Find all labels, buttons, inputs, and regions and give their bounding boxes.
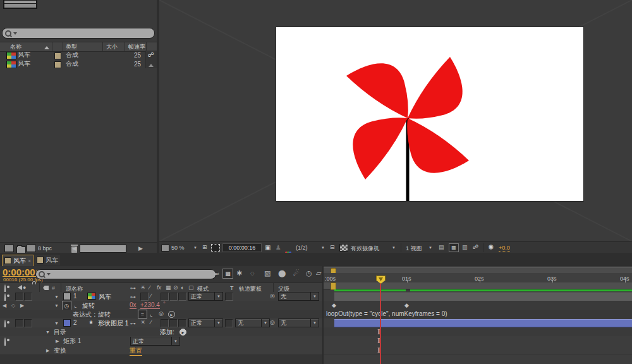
scroll-right-icon[interactable]: ▶	[138, 246, 143, 252]
exposure-fan-icon[interactable]: ✺	[488, 244, 494, 251]
keyframe-nav-previous-icon[interactable]: ◀	[3, 303, 8, 308]
stopwatch-icon[interactable]: ◷	[62, 301, 71, 310]
expand-arrow-icon[interactable]: ▶	[46, 348, 49, 353]
item-name[interactable]: 风车	[18, 59, 30, 68]
live-update-icon[interactable]: ▩	[222, 269, 233, 279]
resolution-value[interactable]: (1/2)	[296, 245, 308, 251]
brainstorm-icon[interactable]: ☄	[293, 270, 300, 277]
collapse-switch-icon[interactable]: ⊶	[130, 321, 136, 327]
magnification-value[interactable]: 50 %	[171, 245, 185, 251]
work-area-bar[interactable]	[324, 282, 632, 289]
project-item-row[interactable]: 风车 合成 25	[0, 59, 145, 68]
keyframe-diamond-icon[interactable]: ◆	[404, 302, 409, 308]
audio-cell[interactable]	[15, 293, 23, 301]
blend-mode-dropdown[interactable]: 正常	[188, 292, 217, 301]
switch-cell[interactable]	[169, 319, 178, 327]
draft-3d-icon[interactable]: ✱	[236, 270, 242, 277]
quality-sun-icon[interactable]: ☀	[140, 320, 145, 325]
composition-canvas[interactable]	[276, 27, 583, 201]
current-time-indicator-line[interactable]	[380, 276, 381, 364]
interpret-footage-icon[interactable]	[4, 245, 14, 252]
switch-cell[interactable]	[161, 293, 169, 301]
collapse-arrow-icon[interactable]: ▼	[54, 303, 59, 308]
composition-mini-flowchart-icon[interactable]: ≕	[214, 271, 219, 277]
parent-dropdown[interactable]: 无	[278, 318, 313, 327]
bit-depth-label[interactable]: 8 bpc	[38, 245, 52, 252]
group-name[interactable]: 目录	[54, 328, 66, 337]
expression-pickwhip-icon[interactable]: ◎	[159, 311, 164, 317]
column-type[interactable]: 类型	[66, 43, 77, 51]
magnification-dropdown-icon[interactable]: ▼	[193, 246, 197, 250]
camera-dropdown-icon[interactable]: ▼	[392, 246, 396, 250]
tab-label[interactable]: 风车	[13, 257, 26, 265]
flowchart-button-icon[interactable]	[161, 245, 169, 252]
solo-column-icon[interactable]: ●	[23, 285, 26, 291]
column-size[interactable]: 大小	[106, 43, 118, 51]
show-snapshot-icon[interactable]: ♟	[276, 245, 281, 251]
label-swatch[interactable]	[54, 52, 61, 59]
preserve-transparency-cell[interactable]	[225, 293, 233, 301]
view-layout-dropdown-icon[interactable]: ▼	[428, 246, 432, 250]
lock-cell[interactable]	[24, 293, 32, 301]
active-camera-value[interactable]: 有效摄像机	[351, 245, 379, 253]
tab-fengche-2[interactable]: 风车	[35, 255, 60, 265]
expression-text[interactable]: loopOut(type = "cycle", numKeyframes = 0…	[326, 310, 447, 317]
new-composition-icon[interactable]	[27, 245, 36, 252]
effects-switch-icon[interactable]: ∕	[150, 320, 152, 325]
tab-close-icon[interactable]: ×	[28, 258, 31, 264]
label-color-swatch[interactable]	[63, 293, 71, 300]
trkmat-arrow-icon[interactable]: ▼	[261, 318, 270, 327]
auto-keyframe-icon[interactable]: ◷	[306, 270, 312, 277]
region-of-interest-icon[interactable]	[211, 244, 220, 252]
preserve-transparency-cell[interactable]	[225, 319, 233, 327]
label-swatch[interactable]	[54, 61, 61, 68]
group-blend-mode-dropdown[interactable]: 正常	[130, 337, 174, 346]
expression-row[interactable]: 表达式：旋转 = ⌞ ◎ ▶	[0, 310, 322, 319]
expression-language-menu-icon[interactable]: ▶	[168, 311, 175, 318]
layer-name[interactable]: 形状图层 1	[98, 319, 128, 328]
audio-cell[interactable]	[15, 319, 23, 327]
resolution-dropdown-icon[interactable]: ▼	[321, 246, 325, 250]
label-column-tag-icon[interactable]	[43, 286, 49, 290]
expand-arrow-icon[interactable]: ▶	[56, 339, 59, 343]
time-ruler[interactable]: :00s 01s 02s 03s 04s	[324, 273, 632, 282]
timeline-search-input[interactable]	[35, 269, 216, 279]
tab-fengche-active[interactable]: 风车 ×	[2, 255, 33, 267]
add-label[interactable]: 添加:	[160, 328, 174, 337]
view-layout-value[interactable]: 1 视图	[406, 245, 422, 253]
project-search-input[interactable]	[2, 28, 155, 39]
keyframe-nav-next-icon[interactable]: ▶	[20, 303, 25, 308]
trkmat-dropdown[interactable]: 无	[235, 318, 264, 327]
layer-name[interactable]: 风车	[99, 293, 111, 301]
sort-ascending-icon[interactable]	[44, 44, 49, 49]
keyframe-diamond-icon[interactable]: ◆	[332, 302, 336, 308]
property-row-rotation[interactable]: ◀ ◇ ▶ ▼ ◷ ⌞ 旋转 0x +230.4 °	[0, 301, 322, 310]
project-item-row[interactable]: 风车 合成 25	[0, 51, 145, 59]
quality-switch-icon[interactable]: ∕	[150, 293, 152, 299]
expand-arrow-icon[interactable]: ▼	[46, 330, 50, 334]
contents-row[interactable]: ▼ 目录 添加: ▶	[0, 327, 322, 337]
region-icon[interactable]: ⊟	[330, 245, 335, 250]
tab-label[interactable]: 风车	[46, 256, 58, 265]
t-column[interactable]: T	[230, 285, 234, 291]
film-icon[interactable]: ▥	[462, 245, 468, 250]
parent-pickwhip-icon[interactable]: ◎	[270, 320, 275, 325]
expand-arrow-icon[interactable]: ▼	[54, 294, 59, 299]
flowchart-icon[interactable]: ☍	[148, 52, 154, 58]
exposure-value[interactable]: +0.0	[499, 245, 510, 252]
collapse-switch-icon[interactable]: ⊶	[130, 294, 136, 300]
rotation-value-degrees[interactable]: +230.4	[140, 301, 160, 309]
snapshot-camera-icon[interactable]: ▣	[265, 245, 270, 251]
scrollbar-thumb[interactable]	[80, 245, 126, 253]
motion-blur-icon[interactable]: ⬤	[278, 270, 286, 277]
keyframe-toggle-icon[interactable]: ◇	[11, 303, 15, 308]
parent-arrow-icon[interactable]: ▼	[310, 292, 319, 301]
reset-link[interactable]: 重置	[130, 346, 142, 356]
parent-pickwhip-icon[interactable]: ◎	[270, 293, 275, 299]
blend-mode-arrow-icon[interactable]: ▼	[214, 292, 223, 301]
rectangle-row[interactable]: ▶ 矩形 1 正常 ▼	[0, 336, 322, 346]
audio-column-speaker-icon[interactable]	[15, 285, 22, 290]
primary-viewer-icon[interactable]: ▦	[449, 243, 459, 252]
label-color-swatch[interactable]	[63, 319, 71, 327]
item-name[interactable]: 风车	[18, 51, 30, 59]
